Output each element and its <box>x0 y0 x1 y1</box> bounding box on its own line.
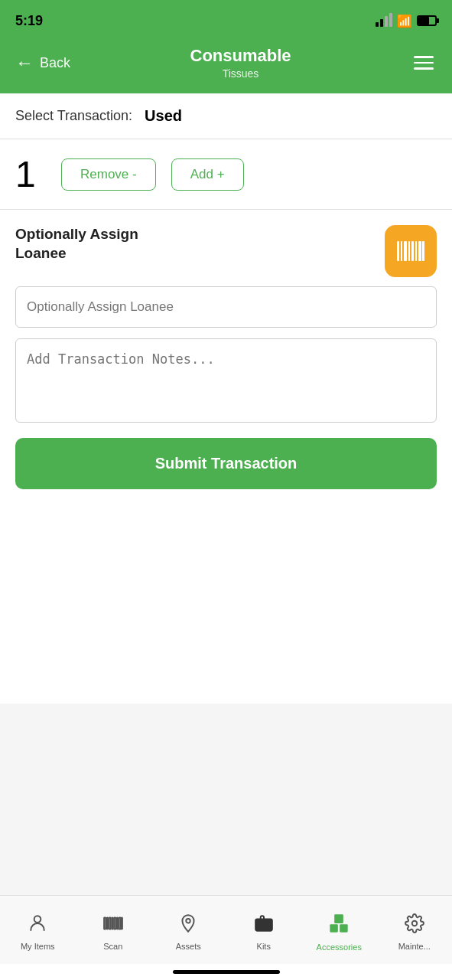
content-area: Select Transaction: Used 1 Remove - Add … <box>0 93 452 704</box>
menu-button[interactable] <box>411 53 437 73</box>
add-button[interactable]: Add + <box>171 158 244 191</box>
back-button[interactable]: ← Back <box>15 52 70 74</box>
status-icons: 📶 <box>376 14 437 28</box>
nav-label-scan: Scan <box>103 942 122 951</box>
svg-rect-0 <box>397 241 399 261</box>
svg-rect-14 <box>117 917 118 929</box>
person-icon <box>28 913 47 939</box>
notes-input[interactable] <box>15 338 437 423</box>
svg-rect-18 <box>255 920 272 931</box>
status-time: 5:19 <box>15 13 43 29</box>
transaction-row: Select Transaction: Used <box>0 93 452 139</box>
svg-rect-21 <box>340 924 348 933</box>
svg-rect-4 <box>411 241 414 261</box>
briefcase-icon <box>254 913 274 939</box>
header: ← Back Consumable Tissues <box>0 38 452 93</box>
svg-rect-15 <box>119 917 120 929</box>
battery-icon <box>417 15 437 26</box>
scan-barcode-button[interactable] <box>385 225 437 277</box>
svg-rect-13 <box>114 917 115 929</box>
assign-title: Optionally Assign Loanee <box>15 225 138 263</box>
home-bar <box>173 970 280 974</box>
quantity-value: 1 <box>15 153 46 195</box>
svg-rect-20 <box>330 924 339 933</box>
header-subtitle: Tissues <box>70 67 411 80</box>
svg-rect-22 <box>334 914 343 923</box>
status-bar: 5:19 📶 <box>0 0 452 38</box>
nav-item-accessories[interactable]: Accessories <box>301 913 377 952</box>
wifi-icon: 📶 <box>397 14 412 28</box>
nav-item-assets[interactable]: Assets <box>151 913 226 951</box>
svg-rect-6 <box>418 241 421 261</box>
location-icon <box>178 913 198 939</box>
header-title: Consumable <box>70 46 411 66</box>
svg-point-17 <box>187 919 190 923</box>
home-indicator <box>0 964 452 980</box>
nav-label-kits: Kits <box>257 942 271 951</box>
transaction-label: Select Transaction: <box>15 108 132 124</box>
svg-rect-11 <box>109 917 110 929</box>
svg-rect-12 <box>112 917 112 929</box>
menu-icon <box>414 56 434 58</box>
barcode-scan-icon <box>397 238 424 264</box>
bottom-nav: My Items Scan Assets <box>0 895 452 964</box>
nav-label-maintenance: Mainte... <box>398 942 431 951</box>
boxes-icon <box>328 913 350 939</box>
nav-item-my-items[interactable]: My Items <box>0 913 76 951</box>
header-center: Consumable Tissues <box>70 46 411 80</box>
transaction-value: Used <box>145 107 182 125</box>
svg-point-23 <box>412 921 418 926</box>
svg-rect-7 <box>422 241 424 261</box>
nav-label-accessories: Accessories <box>317 942 362 952</box>
loanee-input[interactable] <box>15 286 437 328</box>
back-arrow-icon: ← <box>15 52 34 74</box>
remove-button[interactable]: Remove - <box>61 158 156 191</box>
svg-rect-2 <box>404 241 407 261</box>
signal-icon <box>376 15 392 27</box>
assign-section: Optionally Assign Loanee <box>0 210 452 286</box>
barcode-nav-icon <box>103 913 123 939</box>
nav-item-kits[interactable]: Kits <box>226 913 302 951</box>
svg-rect-10 <box>107 917 108 929</box>
svg-rect-9 <box>104 917 106 929</box>
submit-button[interactable]: Submit Transaction <box>15 438 437 489</box>
nav-item-maintenance[interactable]: Mainte... <box>377 913 453 951</box>
gear-icon <box>405 913 424 939</box>
back-label: Back <box>40 55 70 71</box>
svg-rect-1 <box>401 241 402 261</box>
svg-point-8 <box>34 916 41 923</box>
svg-rect-16 <box>122 917 122 929</box>
svg-rect-3 <box>408 241 410 261</box>
nav-label-my-items: My Items <box>21 942 55 951</box>
nav-label-assets: Assets <box>176 942 201 951</box>
quantity-row: 1 Remove - Add + <box>0 139 452 210</box>
svg-rect-5 <box>415 241 417 261</box>
nav-item-scan[interactable]: Scan <box>76 913 151 951</box>
